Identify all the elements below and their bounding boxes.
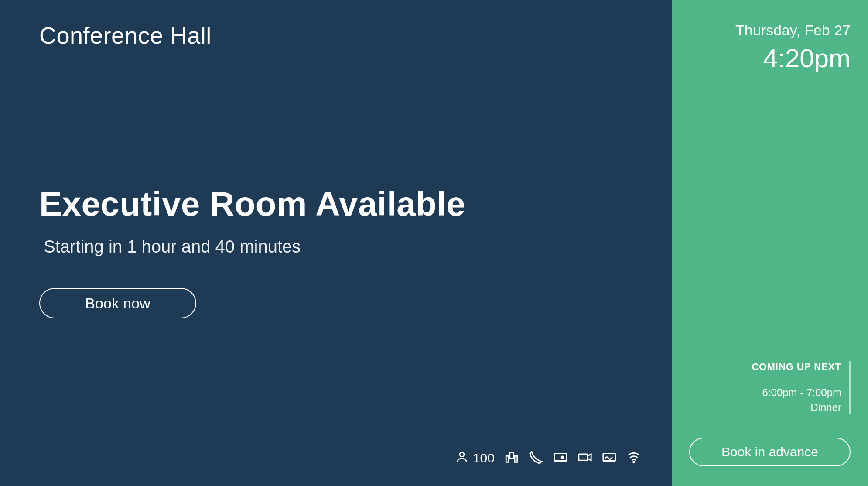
svg-rect-3 <box>515 456 517 462</box>
status-title: Executive Room Available <box>39 184 632 224</box>
room-display-screen: Conference Hall Executive Room Available… <box>0 0 868 486</box>
status-block: Executive Room Available Starting in 1 h… <box>39 184 632 318</box>
capacity: 100 <box>455 450 495 466</box>
svg-point-5 <box>561 456 563 458</box>
current-time: 4:20pm <box>689 43 851 73</box>
sidebar-panel: Thursday, Feb 27 4:20pm COMING UP NEXT 6… <box>672 0 868 486</box>
main-panel: Conference Hall Executive Room Available… <box>0 0 672 486</box>
svg-rect-4 <box>554 454 567 461</box>
room-name: Conference Hall <box>39 22 632 49</box>
phone-icon <box>529 450 543 466</box>
capacity-value: 100 <box>473 451 495 465</box>
book-in-advance-button[interactable]: Book in advance <box>689 438 851 466</box>
presentation-icon <box>504 450 519 466</box>
svg-rect-2 <box>506 456 509 462</box>
svg-rect-1 <box>510 452 514 459</box>
projector-icon <box>553 450 568 466</box>
upnext-title: Dinner <box>689 401 841 414</box>
current-date: Thursday, Feb 27 <box>689 22 851 39</box>
svg-point-8 <box>633 462 635 463</box>
video-camera-icon <box>578 450 592 466</box>
person-icon <box>455 450 468 466</box>
svg-rect-7 <box>603 454 615 461</box>
whiteboard-icon <box>602 450 617 466</box>
svg-rect-6 <box>579 454 588 460</box>
svg-point-0 <box>460 452 464 457</box>
spacer <box>689 73 851 361</box>
datetime-block: Thursday, Feb 27 4:20pm <box>689 22 851 73</box>
wifi-icon <box>626 450 641 466</box>
upnext-time: 6:00pm - 7:00pm <box>689 387 841 399</box>
upnext-block: COMING UP NEXT 6:00pm - 7:00pm Dinner <box>689 361 851 414</box>
amenities-bar: 100 <box>455 450 641 466</box>
book-now-label: Book now <box>85 295 150 312</box>
status-subtitle: Starting in 1 hour and 40 minutes <box>44 237 632 257</box>
book-in-advance-label: Book in advance <box>721 445 818 459</box>
book-now-button[interactable]: Book now <box>39 288 196 318</box>
upnext-heading: COMING UP NEXT <box>689 361 841 373</box>
